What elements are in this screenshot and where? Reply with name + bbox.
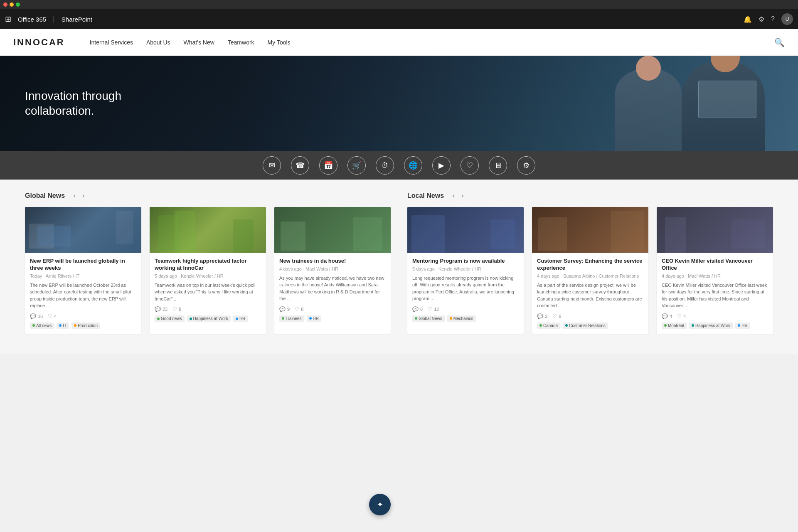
tag-good-news[interactable]: Good news xyxy=(155,315,185,322)
tag-mechanics[interactable]: Mechanics xyxy=(447,315,476,322)
site-logo[interactable]: INNOCAR xyxy=(13,37,65,48)
tag-trainees[interactable]: Trainees xyxy=(279,315,304,322)
tag-customer-relations[interactable]: Customer Relations xyxy=(563,323,608,329)
office-app-name[interactable]: Office 365 xyxy=(18,16,46,23)
search-icon[interactable]: 🔍 xyxy=(774,37,785,47)
news-card-mentoring-title[interactable]: Mentoring Program is now available xyxy=(412,258,519,265)
teamwork-comments-stat: 💬 23 xyxy=(155,306,167,312)
user-avatar[interactable]: U xyxy=(781,13,793,25)
hero-text-block: Innovation through collaboration. xyxy=(0,89,146,119)
office-sharepoint-label[interactable]: SharePoint xyxy=(62,16,92,23)
like-icon: ♡ xyxy=(48,313,52,319)
mentoring-likes-stat: ♡ 12 xyxy=(428,306,439,312)
office-grid-icon[interactable]: ⊞ xyxy=(5,15,11,24)
nav-internal-services[interactable]: Internal Services xyxy=(90,39,133,46)
erp-tags: All news IT Production xyxy=(30,323,136,329)
comment-icon: 💬 xyxy=(30,313,36,319)
tag-global-news[interactable]: Global News xyxy=(412,315,445,322)
play-icon-button[interactable]: ▶ xyxy=(432,156,451,175)
global-news-prev-button[interactable]: ‹ xyxy=(70,191,79,200)
hero-image-area xyxy=(200,56,798,151)
nav-teamwork[interactable]: Teamwork xyxy=(228,39,254,46)
help-question-icon[interactable]: ? xyxy=(771,15,775,23)
hero-section: Innovation through collaboration. xyxy=(0,56,798,151)
news-card-erp-title[interactable]: New ERP will be launched globally in thr… xyxy=(30,258,136,272)
news-card-erp-body: New ERP will be launched globally in thr… xyxy=(25,253,141,334)
browser-maximize-dot[interactable] xyxy=(16,2,20,7)
news-card-mentoring: Mentoring Program is now available 5 day… xyxy=(407,207,524,334)
local-next-btn[interactable]: › xyxy=(458,191,467,200)
hero-title: Innovation through collaboration. xyxy=(25,89,121,119)
news-card-teamwork-stats: 💬 23 ♡ 8 xyxy=(155,306,261,312)
tag-happiness[interactable]: Happiness at Work xyxy=(187,315,231,322)
news-card-teamwork: Teamwork highly appreciated factor worki… xyxy=(150,207,266,334)
hero-person-2-head xyxy=(636,56,661,81)
office-bar-right: 🔔 ⚙ ? U xyxy=(744,13,793,25)
news-card-teamwork-title[interactable]: Teamwork highly appreciated factor worki… xyxy=(155,258,261,272)
time-icon-button[interactable]: ⏱ xyxy=(376,156,394,175)
trainees-likes-stat: ♡ 8 xyxy=(295,306,303,312)
nav-links: Internal Services About Us What's New Te… xyxy=(90,39,291,46)
nav-about-us[interactable]: About Us xyxy=(146,39,170,46)
news-card-ceo-image xyxy=(657,207,773,253)
fab-button[interactable]: ✦ xyxy=(369,494,391,515)
news-card-mentoring-meta: 5 days ago · Kenzie Wheeler / HR xyxy=(412,266,519,271)
tag-all-news[interactable]: All news xyxy=(30,323,54,329)
survey-tags: Canada Customer Relations xyxy=(537,323,643,329)
trainees-tags: Trainees HR xyxy=(279,315,386,322)
news-card-ceo: CEO Kevin Miller visited Vancouver Offic… xyxy=(657,207,773,334)
global-news-next-button[interactable]: › xyxy=(79,191,88,200)
tag-hr[interactable]: HR xyxy=(233,315,248,322)
news-card-teamwork-text: Teamwork was on top in our last week's q… xyxy=(155,282,261,303)
news-card-survey-meta: 4 days ago · Susanne Albino / Customer R… xyxy=(537,273,643,278)
nav-my-tools[interactable]: My Tools xyxy=(268,39,291,46)
news-card-erp-text: The new ERP will be launched October 23r… xyxy=(30,282,136,309)
globe-icon-button[interactable]: 🌐 xyxy=(404,156,422,175)
browser-close-dot[interactable] xyxy=(3,2,7,7)
calendar-icon-button[interactable]: 📅 xyxy=(319,156,337,175)
screen-icon-button[interactable]: 🖥 xyxy=(489,156,507,175)
browser-chrome xyxy=(0,0,798,9)
news-card-survey: Customer Survey: Enhancing the service e… xyxy=(532,207,648,334)
news-card-erp-meta: Today · Arnie Rlivers / IT xyxy=(30,273,136,278)
comment-icon: 💬 xyxy=(412,306,419,312)
news-card-ceo-title[interactable]: CEO Kevin Miller visited Vancouver Offic… xyxy=(662,258,768,272)
news-card-ceo-stats: 💬 4 ♡ 4 xyxy=(662,313,768,319)
tag-canada[interactable]: Canada xyxy=(537,323,560,329)
news-card-trainees-image xyxy=(274,207,391,253)
local-news-title-2: Local News xyxy=(407,192,444,200)
heart-icon-button[interactable]: ♡ xyxy=(461,156,479,175)
trainees-comments-stat: 💬 9 xyxy=(279,306,290,312)
like-icon: ♡ xyxy=(428,306,432,312)
nav-whats-new[interactable]: What's New xyxy=(184,39,214,46)
news-card-teamwork-meta: 5 days ago · Kenzie Wheeler / HR xyxy=(155,273,261,278)
mail-icon-button[interactable]: ✉ xyxy=(263,156,281,175)
settings-gear-icon[interactable]: ⚙ xyxy=(759,15,764,23)
news-card-trainees-title[interactable]: New trainees in da house! xyxy=(279,258,386,265)
teamwork-likes-stat: ♡ 8 xyxy=(172,306,181,312)
tag-hr-2[interactable]: HR xyxy=(307,315,321,322)
tag-it[interactable]: IT xyxy=(57,323,69,329)
local-prev-btn[interactable]: ‹ xyxy=(449,191,458,200)
tag-hr-3[interactable]: HR xyxy=(735,323,750,329)
tag-happiness-2[interactable]: Happiness at Work xyxy=(689,323,733,329)
phone-icon-button[interactable]: ☎ xyxy=(291,156,309,175)
tag-montreal[interactable]: Montreal xyxy=(662,323,687,329)
erp-likes-stat: ♡ 4 xyxy=(48,313,57,319)
news-card-erp: New ERP will be launched globally in thr… xyxy=(25,207,141,334)
like-icon: ♡ xyxy=(552,313,557,319)
tag-production[interactable]: Production xyxy=(71,323,100,329)
main-navigation: INNOCAR Internal Services About Us What'… xyxy=(0,29,798,56)
browser-minimize-dot[interactable] xyxy=(10,2,14,7)
adjust-icon-button[interactable]: ⚙ xyxy=(517,156,535,175)
news-card-ceo-meta: 4 days ago · Maci Watts / HR xyxy=(662,273,768,278)
notification-bell-icon[interactable]: 🔔 xyxy=(744,15,752,23)
news-card-ceo-body: CEO Kevin Miller visited Vancouver Offic… xyxy=(657,253,773,334)
hero-laptop xyxy=(698,81,756,118)
cart-icon-button[interactable]: 🛒 xyxy=(347,156,366,175)
news-card-survey-title[interactable]: Customer Survey: Enhancing the service e… xyxy=(537,258,643,272)
news-card-erp-image xyxy=(25,207,141,253)
hero-title-line2: collaboration. xyxy=(25,104,94,117)
hero-title-line1: Innovation through xyxy=(25,89,121,102)
mentoring-comments-stat: 💬 8 xyxy=(412,306,423,312)
